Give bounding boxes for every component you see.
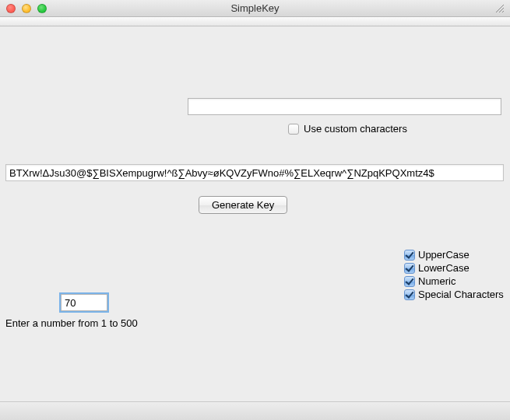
generated-key-output[interactable] [5,164,504,181]
numeric-checkbox[interactable] [404,276,415,287]
generate-key-button[interactable]: Generate Key [199,196,287,214]
numeric-label: Numeric [418,275,455,287]
window-controls [0,4,47,13]
special-label: Special Characters [418,289,504,300]
window-title: SimpleKey [0,2,510,14]
option-numeric[interactable]: Numeric [404,275,504,287]
option-uppercase[interactable]: UpperCase [404,249,504,261]
length-input[interactable] [61,294,107,311]
resize-icon[interactable] [494,3,505,14]
toolbar-strip [0,17,510,26]
custom-characters-row: Use custom characters [288,123,407,135]
lowercase-label: LowerCase [418,262,470,274]
custom-characters-checkbox[interactable] [288,124,299,135]
lowercase-checkbox[interactable] [404,263,415,274]
option-special[interactable]: Special Characters [404,289,504,300]
length-help-text: Enter a number from 1 to 500 [5,317,138,329]
special-checkbox[interactable] [404,289,415,300]
zoom-icon[interactable] [37,4,47,13]
options-group: UpperCase LowerCase Numeric Special Char… [404,249,504,300]
content-area: Use custom characters Generate Key Upper… [0,26,510,420]
statusbar [0,401,510,420]
uppercase-label: UpperCase [418,249,470,261]
window-titlebar: SimpleKey [0,0,510,17]
minimize-icon[interactable] [22,4,31,13]
custom-characters-label: Use custom characters [304,123,407,135]
close-icon[interactable] [6,4,16,13]
custom-characters-input[interactable] [188,98,501,115]
option-lowercase[interactable]: LowerCase [404,262,504,274]
uppercase-checkbox[interactable] [404,250,415,261]
